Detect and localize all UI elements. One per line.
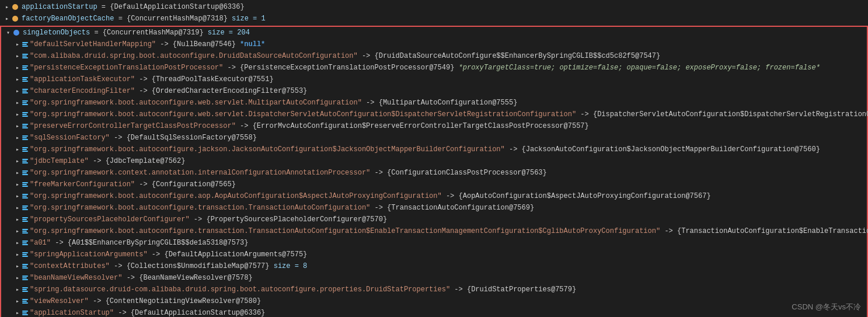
- icon-factoryBeanObjectCache: [12, 15, 20, 23]
- icon-12: [22, 182, 28, 187]
- item-defaultServletHandlerMapping[interactable]: "defaultServletHandlerMapping" -> {NullB…: [1, 39, 867, 50]
- item-freeMarker[interactable]: "freeMarkerConfiguration" -> {Configurat…: [1, 179, 867, 190]
- icon-16: [22, 229, 28, 234]
- expand-23[interactable]: [13, 308, 22, 317]
- expand-arrow-factoryBeanObjectCache[interactable]: [2, 14, 12, 23]
- text-factoryBeanObjectCache: factoryBeanObjectCache = {ConcurrentHash…: [22, 15, 266, 23]
- icon-19: [22, 264, 28, 269]
- icon-8: [22, 135, 28, 140]
- expand-22[interactable]: [13, 297, 22, 306]
- item-aopAutoConfig[interactable]: "org.springframework.boot.autoconfigure.…: [1, 190, 867, 202]
- icon-2: [22, 65, 28, 70]
- expand-9[interactable]: [13, 145, 22, 154]
- icon-17: [22, 241, 28, 245]
- debug-panel: applicationStartup = {DefaultApplication…: [0, 0, 868, 317]
- icon-4: [22, 89, 28, 93]
- expand-2[interactable]: [13, 63, 22, 72]
- expand-arrow-singletonObjects[interactable]: [4, 28, 13, 37]
- row-applicationStartup[interactable]: applicationStartup = {DefaultApplication…: [0, 1, 868, 13]
- row-factoryBeanObjectCache[interactable]: factoryBeanObjectCache = {ConcurrentHash…: [0, 13, 868, 25]
- expand-19[interactable]: [13, 262, 22, 271]
- icon-0: [22, 42, 28, 47]
- item-transactionAutoConfig[interactable]: "org.springframework.boot.autoconfigure.…: [1, 202, 867, 214]
- item-contextAttributes[interactable]: "contextAttributes" -> {Collections$Unmo…: [1, 260, 867, 272]
- icon-23: [22, 311, 28, 315]
- item-applicationTaskExecutor[interactable]: "applicationTaskExecutor" -> {ThreadPool…: [1, 74, 867, 85]
- text-applicationStartup: applicationStartup = {DefaultApplication…: [22, 3, 245, 11]
- expand-13[interactable]: [13, 191, 22, 201]
- expand-6[interactable]: [13, 110, 22, 119]
- icon-22: [22, 299, 28, 304]
- item-springApplicationArguments[interactable]: "springApplicationArguments" -> {Default…: [1, 249, 867, 260]
- icon-15: [22, 217, 28, 222]
- item-multipartAutoConfig[interactable]: "org.springframework.boot.autoconfigure.…: [1, 97, 867, 109]
- item-applicationStartup2[interactable]: "applicationStartup" -> {DefaultApplicat…: [1, 307, 867, 317]
- expand-7[interactable]: [13, 121, 22, 131]
- icon-21: [22, 287, 28, 292]
- icon-14: [22, 205, 28, 210]
- icon-3: [22, 77, 28, 82]
- expand-5[interactable]: [13, 98, 22, 107]
- icon-9: [22, 147, 28, 152]
- icon-7: [22, 124, 28, 128]
- text-singletonObjects: singletonObjects = {ConcurrentHashMap@73…: [23, 29, 250, 37]
- expand-11[interactable]: [13, 168, 22, 177]
- row-singletonObjects[interactable]: singletonObjects = {ConcurrentHashMap@73…: [1, 27, 867, 39]
- item-enableTransactionMgmt[interactable]: "org.springframework.boot.autoconfigure.…: [1, 225, 867, 237]
- expand-12[interactable]: [13, 180, 22, 189]
- item-sqlSessionFactory[interactable]: "sqlSessionFactory" -> {DefaultSqlSessio…: [1, 132, 867, 144]
- expand-arrow-applicationStartup[interactable]: [2, 2, 12, 12]
- item-jacksonObjectMapper[interactable]: "org.springframework.boot.autoconfigure.…: [1, 144, 867, 155]
- expand-14[interactable]: [13, 203, 22, 213]
- item-dispatcherServlet[interactable]: "org.springframework.boot.autoconfigure.…: [1, 109, 867, 120]
- expand-20[interactable]: [13, 273, 22, 283]
- expand-1[interactable]: [13, 51, 22, 61]
- item-propertySourcesPlaceholder[interactable]: "propertySourcesPlaceholderConfigurer" -…: [1, 214, 867, 225]
- expand-15[interactable]: [13, 215, 22, 224]
- expand-8[interactable]: [13, 133, 22, 142]
- item-beanNameViewResolver[interactable]: "beanNameViewResolver" -> {BeanNameViewR…: [1, 272, 867, 284]
- expand-0[interactable]: [13, 40, 22, 49]
- singleton-section: singletonObjects = {ConcurrentHashMap@73…: [0, 26, 868, 317]
- item-jdbcTemplate[interactable]: "jdbcTemplate" -> {JdbcTemplate@7562}: [1, 155, 867, 167]
- icon-5: [22, 100, 28, 105]
- expand-21[interactable]: [13, 285, 22, 294]
- item-persistenceException[interactable]: "persistenceExceptionTranslationPostProc…: [1, 62, 867, 74]
- expand-17[interactable]: [13, 238, 22, 248]
- icon-11: [22, 170, 28, 175]
- icon-singletonObjects: [13, 29, 21, 37]
- icon-10: [22, 159, 28, 163]
- expand-10[interactable]: [13, 156, 22, 166]
- item-viewResolver[interactable]: "viewResolver" -> {ContentNegotiatingVie…: [1, 295, 867, 307]
- item-configAnnotationProcessor[interactable]: "org.springframework.context.annotation.…: [1, 167, 867, 179]
- item-a01[interactable]: "a01" -> {A01$$EnhancerBySpringCGLIB$$de…: [1, 237, 867, 249]
- item-preserveErrorController[interactable]: "preserveErrorControllerTargetClassPostP…: [1, 120, 867, 132]
- icon-applicationStartup: [12, 3, 20, 11]
- item-druidStatProperties[interactable]: "spring.datasource.druid-com.alibaba.dru…: [1, 284, 867, 295]
- icon-6: [22, 112, 28, 117]
- icon-20: [22, 276, 28, 280]
- expand-18[interactable]: [13, 250, 22, 259]
- expand-3[interactable]: [13, 75, 22, 84]
- icon-1: [22, 54, 28, 58]
- item-druidDataSource[interactable]: "com.alibaba.druid.spring.boot.autoconfi…: [1, 50, 867, 62]
- icon-13: [22, 194, 28, 198]
- expand-16[interactable]: [13, 227, 22, 236]
- top-rows: applicationStartup = {DefaultApplication…: [0, 0, 868, 26]
- watermark: CSDN @冬天vs不冷: [792, 302, 861, 312]
- item-characterEncodingFilter[interactable]: "characterEncodingFilter" -> {OrderedCha…: [1, 85, 867, 97]
- icon-18: [22, 252, 28, 257]
- expand-4[interactable]: [13, 86, 22, 96]
